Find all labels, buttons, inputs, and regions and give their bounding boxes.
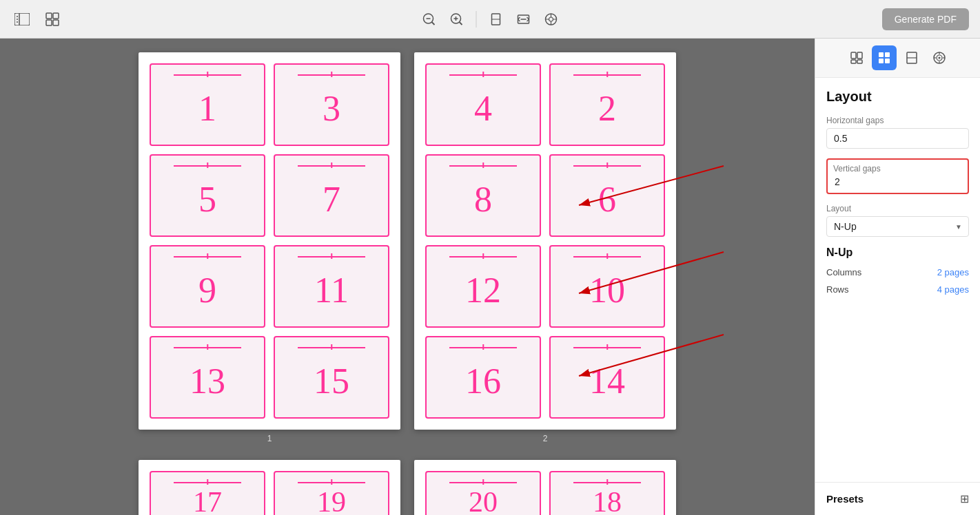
fit-width-button[interactable] [513,8,535,30]
panel-tab-target[interactable] [927,45,952,70]
rows-value[interactable]: 4 pages [937,284,969,295]
nup-section-title: N-Up [826,246,969,259]
page-2: 4 2 8 6 [414,52,676,430]
layout-label: Layout [826,204,969,213]
cell-8: 8 [425,154,541,237]
columns-value[interactable]: 2 pages [937,267,969,277]
right-panel: Layout Horizontal gaps Vertical gaps Lay… [815,39,980,515]
svg-rect-8 [53,20,59,25]
panel-tab-single[interactable] [899,45,924,70]
cell-number: 9 [198,270,216,311]
cell-number: 8 [474,179,492,220]
svg-rect-6 [53,13,59,19]
cell-19: 19 [274,471,389,515]
cell-number: 18 [593,485,622,515]
svg-point-25 [549,17,553,21]
columns-field: Columns 2 pages [826,267,969,277]
cell-2: 2 [549,63,665,146]
cell-tick [207,72,208,77]
svg-rect-34 [851,52,856,59]
cell-number: 13 [190,361,225,401]
svg-rect-37 [857,60,862,63]
cell-tick [482,479,484,485]
cell-number: 1 [198,88,216,129]
svg-rect-40 [879,59,884,63]
presets-title: Presets [826,493,864,505]
cell-number: 20 [469,485,498,515]
grid-view-button[interactable] [41,8,63,30]
cell-tick [606,253,608,259]
page-2-container: 4 2 8 6 [414,52,676,443]
panel-tab-layout[interactable] [872,45,897,70]
cell-1: 1 [150,63,265,146]
panel-tab-pages[interactable] [844,45,869,70]
svg-line-11 [432,22,435,25]
cell-tick [331,253,332,259]
cell-tick [331,479,332,485]
cell-14: 14 [549,336,665,419]
zoom-out-button[interactable] [418,8,440,30]
fit-all-button[interactable] [540,8,562,30]
cell-17: 17 [150,471,265,515]
layout-select-wrapper: N-Up Booklet Poster ▼ [826,216,969,237]
cell-tick [207,479,208,485]
generate-pdf-button[interactable]: Generate PDF [882,8,969,30]
canvas-area: 1 3 5 7 [0,39,815,515]
cell-tick [331,72,332,77]
svg-rect-36 [851,60,856,63]
cell-number: 2 [598,88,616,129]
svg-point-46 [938,57,940,59]
cell-number: 17 [193,485,222,515]
pages-row-1: 1 3 5 7 [139,52,676,443]
page-4-container: 20 18 [414,460,676,515]
cell-3: 3 [274,63,389,146]
cell-tick [331,344,332,350]
svg-rect-7 [46,20,52,25]
page-1: 1 3 5 7 [139,52,400,430]
svg-rect-41 [885,59,890,63]
svg-rect-35 [857,52,862,59]
cell-tick [207,253,208,259]
pages-row-2: 17 19 20 [139,460,676,515]
cell-16: 16 [425,336,541,419]
page-1-label: 1 [267,434,272,443]
cell-15: 15 [274,336,389,419]
presets-section: Presets ⊞ [815,482,980,515]
columns-label: Columns [826,267,861,277]
presets-grid-icon[interactable]: ⊞ [960,492,969,505]
cell-number: 15 [314,361,349,401]
svg-line-15 [460,22,462,25]
toolbar-right: Generate PDF [882,8,969,30]
cell-number: 4 [474,88,492,129]
cell-18: 18 [549,471,665,515]
cell-10: 10 [549,245,665,328]
cell-11: 11 [274,245,389,328]
sidebar-toggle-button[interactable] [11,8,33,30]
cell-number: 10 [589,270,625,311]
cell-number: 6 [598,179,616,220]
svg-rect-39 [885,52,890,57]
zoom-in-button[interactable] [446,8,468,30]
panel-icon-tabs [815,39,980,78]
layout-section-title: Layout [826,89,969,105]
cell-tick [606,162,608,168]
cell-tick [331,162,332,168]
cell-number: 7 [323,179,340,220]
toolbar-divider [476,11,477,28]
cell-number: 5 [198,179,216,220]
cell-tick [482,344,484,350]
toolbar: Generate PDF [0,0,980,39]
toolbar-center [418,8,562,30]
cell-6: 6 [549,154,665,237]
main-content: 1 3 5 7 [0,39,980,515]
horizontal-gaps-label: Horizontal gaps [826,116,969,125]
vertical-gaps-group: Vertical gaps [826,158,969,194]
cell-tick [482,72,484,77]
rows-field: Rows 4 pages [826,284,969,295]
cell-number: 19 [317,485,346,515]
vertical-gaps-input[interactable] [833,175,962,189]
horizontal-gaps-input[interactable] [826,128,969,149]
layout-select[interactable]: N-Up Booklet Poster [826,216,969,237]
fit-page-button[interactable] [485,8,507,30]
cell-13: 13 [150,336,265,419]
